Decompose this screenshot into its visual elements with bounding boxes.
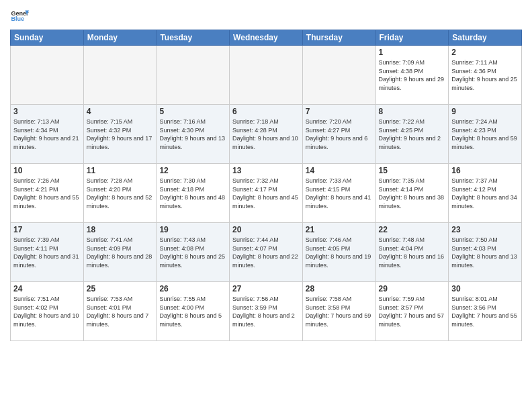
day-number: 23 xyxy=(451,225,519,234)
day-info: Sunrise: 7:13 AMSunset: 4:34 PMDaylight:… xyxy=(13,118,81,151)
day-info: Sunrise: 7:22 AMSunset: 4:25 PMDaylight:… xyxy=(379,118,446,151)
day-info: Sunrise: 7:16 AMSunset: 4:30 PMDaylight:… xyxy=(159,118,226,151)
day-number: 7 xyxy=(306,107,373,116)
day-cell-25: 25Sunrise: 7:53 AMSunset: 4:01 PMDayligh… xyxy=(83,282,157,341)
day-number: 15 xyxy=(379,166,446,175)
day-number: 11 xyxy=(87,166,154,175)
day-cell-22: 22Sunrise: 7:48 AMSunset: 4:04 PMDayligh… xyxy=(375,223,449,282)
day-cell-24: 24Sunrise: 7:51 AMSunset: 4:02 PMDayligh… xyxy=(11,282,84,341)
day-info: Sunrise: 7:56 AMSunset: 3:59 PMDaylight:… xyxy=(232,295,300,328)
day-info: Sunrise: 7:26 AMSunset: 4:21 PMDaylight:… xyxy=(13,177,81,210)
week-row-1: 3Sunrise: 7:13 AMSunset: 4:34 PMDaylight… xyxy=(11,105,522,164)
day-number: 30 xyxy=(451,284,519,293)
day-cell-17: 17Sunrise: 7:39 AMSunset: 4:11 PMDayligh… xyxy=(11,223,84,282)
day-cell-3: 3Sunrise: 7:13 AMSunset: 4:34 PMDaylight… xyxy=(11,105,84,164)
empty-cell xyxy=(11,46,84,105)
day-info: Sunrise: 7:09 AMSunset: 4:38 PMDaylight:… xyxy=(379,58,446,92)
weekday-sunday: Sunday xyxy=(11,30,84,46)
day-number: 27 xyxy=(232,284,300,293)
day-cell-23: 23Sunrise: 7:50 AMSunset: 4:03 PMDayligh… xyxy=(449,223,522,282)
weekday-friday: Friday xyxy=(375,30,449,46)
svg-text:Blue: Blue xyxy=(11,15,24,22)
day-number: 28 xyxy=(306,284,373,293)
day-info: Sunrise: 7:15 AMSunset: 4:32 PMDaylight:… xyxy=(87,118,154,151)
day-info: Sunrise: 7:41 AMSunset: 4:09 PMDaylight:… xyxy=(87,236,154,269)
day-number: 26 xyxy=(159,284,226,293)
day-cell-1: 1Sunrise: 7:09 AMSunset: 4:38 PMDaylight… xyxy=(375,46,449,105)
day-cell-16: 16Sunrise: 7:37 AMSunset: 4:12 PMDayligh… xyxy=(449,164,522,223)
weekday-header-row: SundayMondayTuesdayWednesdayThursdayFrid… xyxy=(11,30,522,46)
day-info: Sunrise: 7:44 AMSunset: 4:07 PMDaylight:… xyxy=(232,236,300,269)
empty-cell xyxy=(157,46,230,105)
day-info: Sunrise: 7:33 AMSunset: 4:15 PMDaylight:… xyxy=(306,177,373,210)
day-info: Sunrise: 7:35 AMSunset: 4:14 PMDaylight:… xyxy=(379,177,446,210)
day-info: Sunrise: 7:20 AMSunset: 4:27 PMDaylight:… xyxy=(306,118,373,151)
day-number: 13 xyxy=(232,166,300,175)
day-cell-14: 14Sunrise: 7:33 AMSunset: 4:15 PMDayligh… xyxy=(302,164,375,223)
day-cell-5: 5Sunrise: 7:16 AMSunset: 4:30 PMDaylight… xyxy=(157,105,230,164)
day-number: 5 xyxy=(159,107,226,116)
day-cell-9: 9Sunrise: 7:24 AMSunset: 4:23 PMDaylight… xyxy=(449,105,522,164)
day-number: 3 xyxy=(13,107,81,116)
day-number: 19 xyxy=(159,225,226,234)
day-cell-8: 8Sunrise: 7:22 AMSunset: 4:25 PMDaylight… xyxy=(375,105,449,164)
day-info: Sunrise: 7:59 AMSunset: 3:57 PMDaylight:… xyxy=(379,295,446,328)
day-number: 2 xyxy=(451,48,519,57)
day-info: Sunrise: 7:30 AMSunset: 4:18 PMDaylight:… xyxy=(159,177,226,210)
calendar: SundayMondayTuesdayWednesdayThursdayFrid… xyxy=(10,30,522,341)
day-number: 1 xyxy=(379,48,446,57)
weekday-wednesday: Wednesday xyxy=(230,30,303,46)
day-cell-15: 15Sunrise: 7:35 AMSunset: 4:14 PMDayligh… xyxy=(375,164,449,223)
day-info: Sunrise: 7:18 AMSunset: 4:28 PMDaylight:… xyxy=(232,118,300,151)
week-row-2: 10Sunrise: 7:26 AMSunset: 4:21 PMDayligh… xyxy=(11,164,522,223)
day-cell-29: 29Sunrise: 7:59 AMSunset: 3:57 PMDayligh… xyxy=(375,282,449,341)
day-info: Sunrise: 7:24 AMSunset: 4:23 PMDaylight:… xyxy=(451,118,519,151)
day-number: 29 xyxy=(379,284,446,293)
empty-cell xyxy=(230,46,303,105)
day-cell-11: 11Sunrise: 7:28 AMSunset: 4:20 PMDayligh… xyxy=(83,164,157,223)
week-row-3: 17Sunrise: 7:39 AMSunset: 4:11 PMDayligh… xyxy=(11,223,522,282)
day-cell-19: 19Sunrise: 7:43 AMSunset: 4:08 PMDayligh… xyxy=(157,223,230,282)
empty-cell xyxy=(83,46,157,105)
day-number: 12 xyxy=(159,166,226,175)
day-info: Sunrise: 7:55 AMSunset: 4:00 PMDaylight:… xyxy=(159,295,226,328)
day-number: 14 xyxy=(306,166,373,175)
day-number: 20 xyxy=(232,225,300,234)
day-number: 9 xyxy=(451,107,519,116)
week-row-0: 1Sunrise: 7:09 AMSunset: 4:38 PMDaylight… xyxy=(11,46,522,105)
empty-cell xyxy=(302,46,375,105)
day-cell-20: 20Sunrise: 7:44 AMSunset: 4:07 PMDayligh… xyxy=(230,223,303,282)
day-cell-21: 21Sunrise: 7:46 AMSunset: 4:05 PMDayligh… xyxy=(302,223,375,282)
day-cell-13: 13Sunrise: 7:32 AMSunset: 4:17 PMDayligh… xyxy=(230,164,303,223)
day-info: Sunrise: 7:51 AMSunset: 4:02 PMDaylight:… xyxy=(13,295,81,328)
day-number: 8 xyxy=(379,107,446,116)
day-number: 6 xyxy=(232,107,300,116)
day-info: Sunrise: 7:39 AMSunset: 4:11 PMDaylight:… xyxy=(13,236,81,269)
day-info: Sunrise: 7:28 AMSunset: 4:20 PMDaylight:… xyxy=(87,177,154,210)
day-number: 18 xyxy=(87,225,154,234)
weekday-monday: Monday xyxy=(83,30,157,46)
logo-icon: General Blue xyxy=(10,7,29,26)
day-cell-6: 6Sunrise: 7:18 AMSunset: 4:28 PMDaylight… xyxy=(230,105,303,164)
day-info: Sunrise: 7:11 AMSunset: 4:36 PMDaylight:… xyxy=(451,58,519,92)
day-info: Sunrise: 7:37 AMSunset: 4:12 PMDaylight:… xyxy=(451,177,519,210)
day-number: 16 xyxy=(451,166,519,175)
day-number: 25 xyxy=(87,284,154,293)
logo: General Blue xyxy=(10,7,29,26)
page: General Blue SundayMondayTuesdayWednesda… xyxy=(0,0,532,411)
day-info: Sunrise: 7:32 AMSunset: 4:17 PMDaylight:… xyxy=(232,177,300,210)
day-number: 4 xyxy=(87,107,154,116)
weekday-saturday: Saturday xyxy=(449,30,522,46)
day-cell-26: 26Sunrise: 7:55 AMSunset: 4:00 PMDayligh… xyxy=(157,282,230,341)
day-cell-4: 4Sunrise: 7:15 AMSunset: 4:32 PMDaylight… xyxy=(83,105,157,164)
day-number: 21 xyxy=(306,225,373,234)
day-number: 22 xyxy=(379,225,446,234)
day-info: Sunrise: 8:01 AMSunset: 3:56 PMDaylight:… xyxy=(451,295,519,328)
day-info: Sunrise: 7:48 AMSunset: 4:04 PMDaylight:… xyxy=(379,236,446,269)
day-number: 24 xyxy=(13,284,81,293)
week-row-4: 24Sunrise: 7:51 AMSunset: 4:02 PMDayligh… xyxy=(11,282,522,341)
day-cell-27: 27Sunrise: 7:56 AMSunset: 3:59 PMDayligh… xyxy=(230,282,303,341)
day-cell-7: 7Sunrise: 7:20 AMSunset: 4:27 PMDaylight… xyxy=(302,105,375,164)
day-cell-18: 18Sunrise: 7:41 AMSunset: 4:09 PMDayligh… xyxy=(83,223,157,282)
day-info: Sunrise: 7:58 AMSunset: 3:58 PMDaylight:… xyxy=(306,295,373,328)
